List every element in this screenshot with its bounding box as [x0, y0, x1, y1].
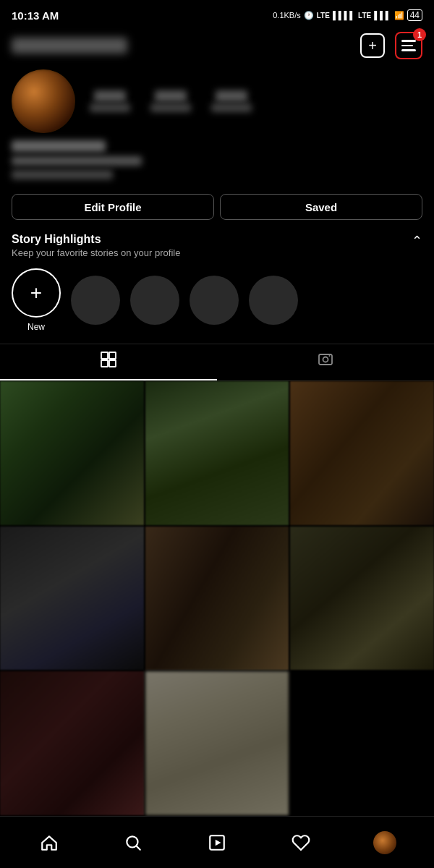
grid-cell-3[interactable] [290, 381, 434, 525]
svg-rect-1 [109, 352, 116, 359]
bio-line-1 [12, 156, 142, 166]
svg-point-6 [329, 355, 331, 357]
svg-rect-0 [101, 352, 108, 359]
tab-grid[interactable] [0, 344, 217, 380]
signal2-icon: ▌▌▌ [374, 11, 391, 20]
top-header: + 1 [0, 27, 434, 64]
nav-search[interactable] [115, 825, 151, 861]
menu-button[interactable]: 1 [395, 32, 422, 59]
highlight-3[interactable] [190, 276, 239, 325]
story-highlights: Story Highlights Keep your favorite stor… [0, 230, 434, 344]
grid-cell-8[interactable] [145, 671, 289, 815]
following-count [216, 90, 247, 102]
highlight-4[interactable] [249, 276, 298, 325]
status-bar: 10:13 AM 0.1KB/s 🕐 LTE ▌▌▌▌ LTE ▌▌▌ 📶 44 [0, 0, 434, 27]
new-highlight-circle[interactable]: + [12, 268, 61, 318]
following-stat[interactable] [211, 90, 252, 112]
lte2-icon: LTE [358, 12, 371, 20]
highlight-2[interactable] [130, 276, 179, 325]
grid-cell-6[interactable] [290, 527, 434, 671]
nav-avatar [373, 831, 396, 854]
svg-line-8 [137, 846, 140, 849]
home-icon [40, 833, 59, 852]
grid-tab-icon [100, 351, 117, 373]
nav-home[interactable] [31, 825, 67, 861]
edit-profile-button[interactable]: Edit Profile [12, 194, 214, 220]
grid-cell-2[interactable] [145, 381, 289, 525]
highlight-1[interactable] [71, 276, 120, 325]
highlights-collapse-button[interactable]: ⌃ [412, 233, 422, 249]
highlights-subtitle: Keep your favorite stories on your profi… [12, 247, 180, 258]
highlights-title: Story Highlights [12, 233, 180, 246]
tab-tagged[interactable] [217, 344, 434, 380]
bio-line-2 [12, 170, 113, 179]
clock-icon: 🕐 [304, 11, 314, 20]
action-buttons: Edit Profile Saved [0, 188, 434, 230]
lte-icon: LTE [317, 12, 330, 20]
grid-cell-7[interactable] [0, 671, 144, 815]
tagged-tab-icon [317, 351, 334, 373]
followers-count [155, 90, 187, 102]
menu-notification-badge: 1 [413, 28, 426, 41]
new-highlight-label: New [27, 322, 45, 332]
profile-info [12, 140, 422, 179]
highlights-circles: + New [12, 268, 422, 336]
posts-count [94, 90, 126, 102]
reels-icon [208, 833, 226, 852]
posts-label [90, 103, 130, 112]
username [12, 38, 127, 54]
add-post-button[interactable]: + [359, 32, 386, 59]
avatar [12, 69, 75, 133]
highlight-new[interactable]: + New [12, 268, 61, 332]
network-speed: 0.1KB/s [273, 11, 301, 20]
nav-activity[interactable] [283, 825, 319, 861]
svg-point-5 [323, 357, 328, 362]
highlights-title-group: Story Highlights Keep your favorite stor… [12, 233, 180, 258]
status-icons: 0.1KB/s 🕐 LTE ▌▌▌▌ LTE ▌▌▌ 📶 44 [273, 9, 422, 21]
grid-cell-1[interactable] [0, 381, 144, 525]
saved-button[interactable]: Saved [220, 194, 422, 220]
profile-section [0, 64, 434, 188]
nav-profile[interactable] [367, 825, 403, 861]
following-label [211, 103, 252, 112]
photo-grid [0, 381, 434, 815]
bottom-nav [0, 816, 434, 868]
wifi-icon: 📶 [394, 11, 404, 20]
highlight-circle-2[interactable] [130, 276, 179, 325]
svg-rect-3 [109, 360, 116, 367]
highlight-circle-3[interactable] [190, 276, 239, 325]
battery-icon: 44 [407, 9, 422, 21]
grid-cell-5[interactable] [145, 527, 289, 671]
highlights-header: Story Highlights Keep your favorite stor… [12, 233, 422, 258]
display-name [12, 140, 106, 152]
grid-cell-4[interactable] [0, 527, 144, 671]
nav-reels[interactable] [199, 825, 235, 861]
avatar-container[interactable] [12, 69, 75, 133]
svg-marker-10 [216, 839, 221, 846]
highlight-circle-4[interactable] [249, 276, 298, 325]
content-tabs [0, 344, 434, 381]
header-icons: + 1 [359, 32, 422, 59]
add-post-icon: + [360, 33, 385, 58]
status-time: 10:13 AM [12, 9, 59, 22]
stats-row [90, 90, 252, 112]
profile-top-row [12, 69, 422, 133]
plus-icon: + [30, 283, 42, 303]
svg-rect-2 [101, 360, 108, 367]
signal-icon: ▌▌▌▌ [333, 11, 355, 20]
hamburger-icon [401, 40, 416, 51]
followers-label [150, 103, 191, 112]
heart-icon [292, 833, 310, 852]
posts-stat [90, 90, 130, 112]
search-icon [124, 833, 142, 852]
highlight-circle-1[interactable] [71, 276, 120, 325]
followers-stat[interactable] [150, 90, 191, 112]
